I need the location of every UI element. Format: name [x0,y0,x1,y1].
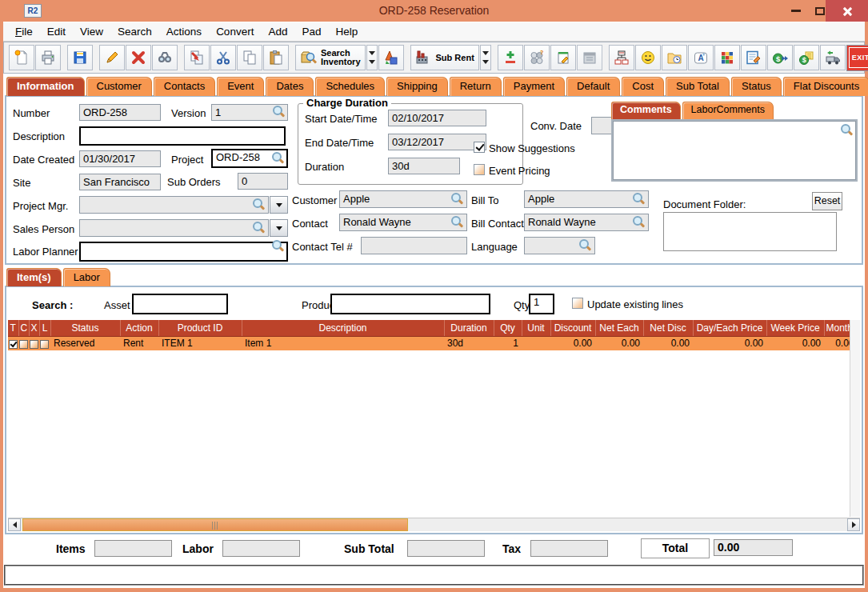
number-field[interactable]: ORD-258 [79,104,161,121]
menu-file[interactable]: File [8,23,40,40]
col-c[interactable]: C [18,320,29,336]
new-order-button[interactable] [9,45,34,70]
product-input[interactable] [330,294,490,314]
menu-view[interactable]: View [73,23,110,40]
contact-search-icon[interactable] [451,216,464,229]
search-inventory-button[interactable]: SearchInventory [295,45,366,70]
horizontal-scrollbar[interactable] [8,518,860,531]
tab-event[interactable]: Event [217,77,264,96]
document-folder-box[interactable] [663,212,837,251]
org-chart-button[interactable] [609,45,634,70]
col-duration[interactable]: Duration [444,320,494,336]
tab-payment[interactable]: Payment [503,77,565,96]
date-created-field[interactable]: 01/30/2017 [79,150,161,167]
col-x[interactable]: X [29,320,39,336]
tab-flat-discounts[interactable]: Flat Discounts [783,77,868,96]
calendar-button[interactable] [577,45,602,70]
sales-person-field[interactable] [79,219,269,237]
update-existing-lines-checkbox[interactable] [572,298,583,309]
asset-input[interactable] [132,294,228,314]
col-day-each-price[interactable]: Day/Each Price [693,320,766,336]
duration-field[interactable]: 30d [388,158,460,174]
history-folder-button[interactable] [662,45,687,70]
sales-person-dropdown[interactable] [270,219,288,237]
col-t[interactable]: T [8,320,18,336]
quote-button[interactable]: $ [794,45,819,70]
contact-tel-field[interactable] [361,237,467,254]
tab-return[interactable]: Return [450,77,502,96]
send-invoice-button[interactable]: $ [767,45,793,70]
close-button[interactable] [826,0,868,22]
save-button[interactable] [67,45,93,70]
menu-search[interactable]: Search [110,23,159,40]
customer-search-icon[interactable] [451,193,464,206]
tab-labor[interactable]: Labor [63,268,110,286]
row-c-checkbox[interactable] [19,340,28,349]
sub-orders-field[interactable]: 0 [238,173,288,190]
sub-rent-button[interactable]: Sub Rent [410,45,479,70]
tab-contacts[interactable]: Contacts [154,77,215,96]
tab-shipping[interactable]: Shipping [386,77,448,96]
menu-edit[interactable]: Edit [40,23,73,40]
description-field[interactable] [79,126,286,146]
menu-convert[interactable]: Convert [209,23,261,40]
table-row[interactable]: Reserved Rent ITEM 1 Item 1 30d 1 0.00 0… [8,336,858,350]
qty-input[interactable]: 1 [529,294,554,314]
end-date-field[interactable]: 03/12/2017 [388,134,486,150]
reset-button[interactable]: Reset [812,192,842,210]
search-inventory-dropdown[interactable] [366,45,378,70]
sales-person-search-icon[interactable] [253,222,266,234]
tab-customer[interactable]: Customer [86,77,152,96]
col-qty[interactable]: Qty [494,320,522,336]
transfer-button[interactable] [184,45,210,70]
bill-to-field[interactable]: Apple [524,190,649,208]
shapes-button[interactable] [378,45,404,70]
inventory-cubes-button[interactable] [714,45,740,70]
show-suggestions-checkbox[interactable] [474,142,485,153]
project-mgr-search-icon[interactable] [253,198,266,211]
add-remove-button[interactable] [498,45,523,70]
scroll-left-button[interactable] [8,518,21,531]
row-l-checkbox[interactable] [40,340,49,349]
menu-help[interactable]: Help [328,23,365,40]
labor-planner-field[interactable] [79,242,288,262]
bill-to-search-icon[interactable] [633,193,646,206]
edit-note-button[interactable] [741,45,766,70]
shipping-button[interactable] [820,45,846,70]
tab-labor-comments[interactable]: LaborComments [682,102,774,119]
row-x-checkbox[interactable] [30,340,38,349]
find-button[interactable] [152,45,178,70]
col-net-each[interactable]: Net Each [595,320,643,336]
col-discount[interactable]: Discount [550,320,595,336]
scrollbar-thumb[interactable] [22,518,408,531]
tab-cost[interactable]: Cost [622,77,664,96]
notes-button[interactable] [550,45,576,70]
minimize-button[interactable] [784,0,808,22]
menu-add[interactable]: Add [261,23,294,40]
title-bar[interactable]: R2 ORD-258 Reservation [0,0,868,22]
comments-textarea[interactable] [611,119,858,182]
tab-comments[interactable]: Comments [611,102,681,119]
event-pricing-checkbox[interactable] [474,164,485,175]
tab-sub-total[interactable]: Sub Total [666,77,730,96]
col-description[interactable]: Description [242,320,444,336]
contact-field[interactable]: Ronald Wayne [339,214,467,231]
col-week-price[interactable]: Week Price [766,320,824,336]
col-unit[interactable]: Unit [522,320,550,336]
language-search-icon[interactable] [579,239,592,252]
col-product-id[interactable]: Product ID [158,320,242,336]
tab-information[interactable]: Information [6,77,85,96]
tab-default[interactable]: Default [566,77,620,96]
comments-search-icon[interactable] [841,124,854,137]
bill-contact-field[interactable]: Ronald Wayne [524,214,649,231]
contact-button[interactable] [635,45,661,70]
group-button[interactable]: ? [524,45,550,70]
col-status[interactable]: Status [50,320,120,336]
project-search-icon[interactable] [272,152,285,165]
site-field[interactable]: San Francisco [79,174,161,190]
col-l[interactable]: L [39,320,50,336]
col-net-disc[interactable]: Net Disc [643,320,693,336]
col-action[interactable]: Action [120,320,158,336]
edit-button[interactable] [99,45,125,70]
menu-actions[interactable]: Actions [159,23,209,40]
